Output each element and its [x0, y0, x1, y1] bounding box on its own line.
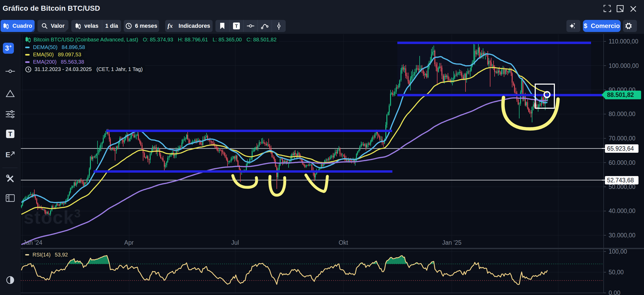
svg-text:T: T — [8, 130, 12, 138]
svg-text:E: E — [6, 151, 10, 159]
svg-text:T: T — [235, 23, 238, 29]
svg-text:fx: fx — [167, 23, 173, 29]
